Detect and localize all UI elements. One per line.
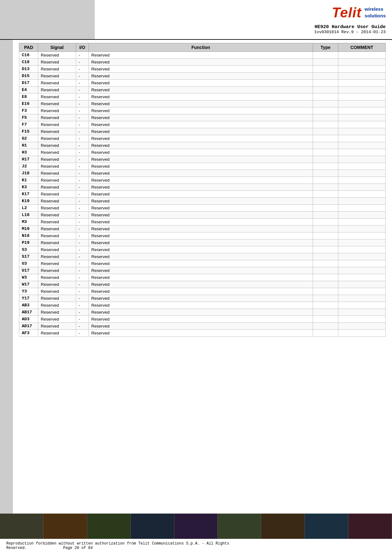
signal-value: Reserved xyxy=(38,184,76,191)
function-value: Reserved xyxy=(89,260,313,267)
comment-value xyxy=(338,309,386,316)
table-row: K19Reserved-Reserved xyxy=(19,198,386,205)
pad-value: K19 xyxy=(19,198,38,205)
function-value: Reserved xyxy=(89,232,313,239)
type-value xyxy=(313,219,338,226)
function-value: Reserved xyxy=(89,316,313,323)
pad-value: K1 xyxy=(19,177,38,184)
table-row: G2Reserved-Reserved xyxy=(19,135,386,142)
type-value xyxy=(313,93,338,100)
table-row: H17Reserved-Reserved xyxy=(19,156,386,163)
io-value: - xyxy=(76,309,89,316)
comment-value xyxy=(338,260,386,267)
doc-info: HE920 Hardware User Guide 1vv0301014 Rev… xyxy=(314,24,386,34)
io-value: - xyxy=(76,295,89,302)
signal-value: Reserved xyxy=(38,295,76,302)
pin-table: PAD Signal I/O Function Type COMMENT C16… xyxy=(19,43,386,337)
comment-value xyxy=(338,219,386,226)
io-value: - xyxy=(76,191,89,198)
function-value: Reserved xyxy=(89,219,313,226)
pad-value: U3 xyxy=(19,260,38,267)
function-value: Reserved xyxy=(89,93,313,100)
footer-img-3 xyxy=(87,514,131,539)
table-row: K1Reserved-Reserved xyxy=(19,177,386,184)
signal-value: Reserved xyxy=(38,274,76,281)
io-value: - xyxy=(76,73,89,80)
pad-value: E16 xyxy=(19,100,38,107)
pad-value: M19 xyxy=(19,226,38,232)
pad-value: M3 xyxy=(19,219,38,226)
table-row: H3Reserved-Reserved xyxy=(19,149,386,156)
io-value: - xyxy=(76,66,89,73)
io-value: - xyxy=(76,52,89,59)
left-sidebar xyxy=(0,40,13,514)
io-value: - xyxy=(76,135,89,142)
comment-value xyxy=(338,80,386,87)
io-value: - xyxy=(76,239,89,246)
io-value: - xyxy=(76,226,89,232)
type-value xyxy=(313,87,338,93)
type-value xyxy=(313,177,338,184)
pad-value: S17 xyxy=(19,253,38,260)
table-row: P19Reserved-Reserved xyxy=(19,239,386,246)
pad-value: AF3 xyxy=(19,330,38,337)
pad-value: U17 xyxy=(19,267,38,274)
table-row: F3Reserved-Reserved xyxy=(19,107,386,114)
signal-value: Reserved xyxy=(38,302,76,309)
comment-value xyxy=(338,135,386,142)
signal-value: Reserved xyxy=(38,73,76,80)
pad-value: L2 xyxy=(19,205,38,212)
function-value: Reserved xyxy=(89,114,313,121)
io-value: - xyxy=(76,142,89,149)
function-value: Reserved xyxy=(89,295,313,302)
signal-value: Reserved xyxy=(38,309,76,316)
footer-text: Reproduction forbidden without written a… xyxy=(0,539,392,553)
pad-value: D15 xyxy=(19,73,38,80)
pad-value: Y17 xyxy=(19,295,38,302)
pad-value: F3 xyxy=(19,107,38,114)
page-layout: PAD Signal I/O Function Type COMMENT C16… xyxy=(0,40,392,514)
function-value: Reserved xyxy=(89,309,313,316)
pad-value: S3 xyxy=(19,246,38,253)
comment-value xyxy=(338,295,386,302)
pad-value: F15 xyxy=(19,128,38,135)
comment-value xyxy=(338,73,386,80)
io-value: - xyxy=(76,260,89,267)
pad-value: N18 xyxy=(19,232,38,239)
type-value xyxy=(313,191,338,198)
table-row: M19Reserved-Reserved xyxy=(19,226,386,232)
signal-value: Reserved xyxy=(38,149,76,156)
function-value: Reserved xyxy=(89,212,313,219)
pad-value: W17 xyxy=(19,281,38,288)
type-value xyxy=(313,274,338,281)
function-value: Reserved xyxy=(89,80,313,87)
table-row: E8Reserved-Reserved xyxy=(19,93,386,100)
io-value: - xyxy=(76,288,89,295)
comment-value xyxy=(338,246,386,253)
io-value: - xyxy=(76,212,89,219)
comment-value xyxy=(338,232,386,239)
type-value xyxy=(313,80,338,87)
signal-value: Reserved xyxy=(38,128,76,135)
signal-value: Reserved xyxy=(38,80,76,87)
signal-value: Reserved xyxy=(38,212,76,219)
pad-value: Y3 xyxy=(19,288,38,295)
signal-value: Reserved xyxy=(38,114,76,121)
table-row: AF3Reserved-Reserved xyxy=(19,330,386,337)
signal-value: Reserved xyxy=(38,330,76,337)
signal-value: Reserved xyxy=(38,66,76,73)
table-row: S3Reserved-Reserved xyxy=(19,246,386,253)
function-value: Reserved xyxy=(89,177,313,184)
io-value: - xyxy=(76,274,89,281)
table-row: K17Reserved-Reserved xyxy=(19,191,386,198)
type-value xyxy=(313,281,338,288)
type-value xyxy=(313,107,338,114)
table-row: F15Reserved-Reserved xyxy=(19,128,386,135)
function-value: Reserved xyxy=(89,149,313,156)
function-value: Reserved xyxy=(89,52,313,59)
signal-value: Reserved xyxy=(38,156,76,163)
signal-value: Reserved xyxy=(38,205,76,212)
io-value: - xyxy=(76,149,89,156)
type-value xyxy=(313,302,338,309)
signal-value: Reserved xyxy=(38,191,76,198)
